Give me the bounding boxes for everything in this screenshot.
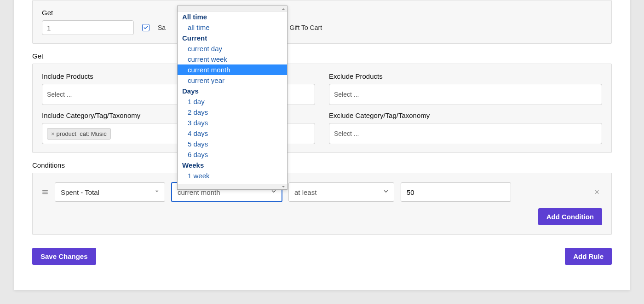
dropdown-option[interactable]: 2 days [178, 107, 287, 117]
dropdown-option[interactable]: 6 days [178, 149, 287, 160]
exclude-products-placeholder: Select ... [334, 91, 359, 98]
sa-checkbox[interactable] [142, 24, 150, 31]
dropdown-option[interactable]: current week [178, 54, 287, 64]
condition-operator-select[interactable]: at least [288, 182, 394, 202]
dropdown-option[interactable]: current month [178, 64, 287, 75]
add-rule-button[interactable]: Add Rule [565, 248, 612, 265]
condition-value-input[interactable] [401, 182, 511, 202]
dropdown-option[interactable]: 3 days [178, 117, 287, 128]
drag-handle-icon[interactable] [42, 189, 48, 195]
dropdown-group: Days [178, 86, 287, 96]
conditions-box: Spent - Total current month at least [32, 173, 612, 235]
condition-metric-select[interactable]: Spent - Total [55, 182, 165, 202]
dropdown-option[interactable]: 1 day [178, 96, 287, 107]
dropdown-option[interactable]: 4 days [178, 128, 287, 139]
dropdown-scroll-down[interactable] [178, 184, 287, 189]
condition-operator-value: at least [294, 188, 316, 196]
include-tax-tag[interactable]: × product_cat: Music [47, 128, 111, 140]
dropdown-option[interactable]: current day [178, 43, 287, 54]
dropdown-scroll-up[interactable] [178, 6, 287, 12]
conditions-label: Conditions [32, 161, 612, 169]
get-qty-input[interactable] [42, 20, 134, 35]
condition-row: Spent - Total current month at least [42, 182, 602, 202]
chevron-down-icon [383, 188, 389, 196]
dropdown-option[interactable]: all time [178, 22, 287, 33]
get-box: Include Products Select ... Exclude Prod… [32, 64, 612, 153]
exclude-tax-label: Exclude Category/Tag/Taxonomy [329, 111, 602, 119]
dropdown-group: Weeks [178, 160, 287, 170]
condition-metric-value: Spent - Total [61, 188, 99, 196]
exclude-products-select[interactable]: Select ... [329, 84, 602, 105]
exclude-tax-placeholder: Select ... [334, 130, 359, 137]
save-button[interactable]: Save Changes [32, 248, 96, 265]
get-label-top: Get [42, 9, 602, 17]
exclude-products-label: Exclude Products [329, 72, 602, 80]
exclude-tax-select[interactable]: Select ... [329, 123, 602, 144]
sa-label: Sa [158, 24, 166, 31]
remove-condition-icon[interactable]: × [592, 187, 602, 197]
dropdown-group: All time [178, 12, 287, 22]
include-tax-tag-text: product_cat: Music [57, 130, 107, 137]
get-qty-box: Get Sa uto Add Gift To Cart [32, 0, 612, 44]
dropdown-option[interactable]: current year [178, 75, 287, 86]
dropdown-option[interactable]: 1 week [178, 170, 287, 181]
check-icon [143, 25, 149, 30]
add-condition-button[interactable]: Add Condition [538, 208, 602, 225]
footer-actions: Save Changes Add Rule [32, 248, 612, 265]
include-products-placeholder: Select ... [47, 91, 72, 98]
dropdown-scroll[interactable]: All timeall timeCurrentcurrent daycurren… [178, 12, 287, 184]
caret-down-icon [154, 188, 160, 196]
dropdown-option[interactable]: 5 days [178, 139, 287, 149]
remove-tag-icon[interactable]: × [51, 130, 55, 137]
period-dropdown[interactable]: All timeall timeCurrentcurrent daycurren… [177, 6, 288, 190]
rule-card: Get Sa uto Add Gift To Cart Get Include … [14, 0, 630, 290]
dropdown-group: Current [178, 33, 287, 43]
get-section-label: Get [32, 52, 612, 60]
